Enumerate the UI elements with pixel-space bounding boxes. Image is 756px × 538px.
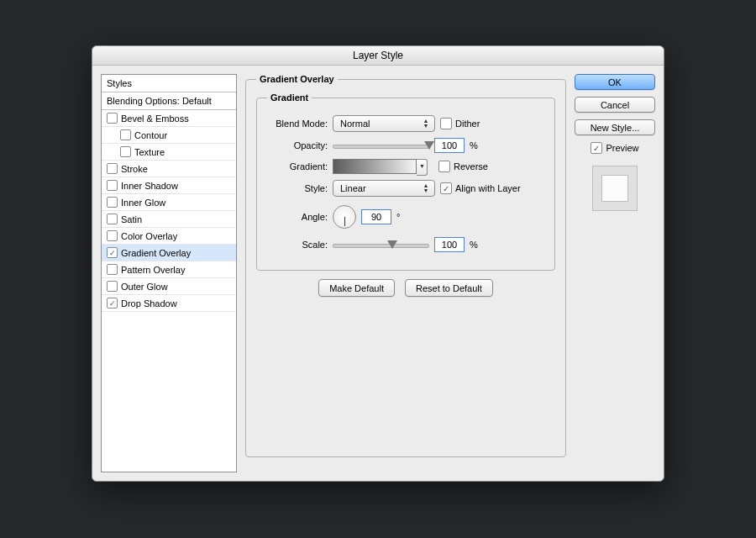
preview-label: Preview [606, 143, 638, 153]
style-item-label: Contour [134, 130, 167, 140]
layer-style-dialog: Layer Style Styles Blending Options: Def… [92, 45, 664, 482]
gradient-picker[interactable]: ▼ [333, 159, 417, 174]
settings-panel: Gradient Overlay Gradient Blend Mode: No… [245, 74, 566, 457]
reverse-checkbox[interactable]: Reverse [438, 161, 488, 172]
style-item-label: Texture [134, 147, 165, 157]
opacity-unit: % [470, 140, 478, 150]
checkbox-icon[interactable] [107, 264, 118, 275]
blending-options-row[interactable]: Blending Options: Default [102, 92, 236, 110]
align-label: Align with Layer [455, 183, 521, 193]
style-item-drop-shadow[interactable]: ✓ Drop Shadow [102, 295, 236, 312]
style-item-outer-glow[interactable]: Outer Glow [102, 278, 236, 295]
new-style-button[interactable]: New Style... [575, 119, 655, 135]
styles-header[interactable]: Styles [102, 75, 236, 92]
cancel-button[interactable]: Cancel [575, 97, 655, 113]
checkbox-icon[interactable] [120, 146, 131, 157]
checkbox-icon[interactable] [107, 180, 118, 191]
blend-mode-label: Blend Mode: [267, 119, 328, 129]
style-item-label: Satin [121, 214, 142, 224]
style-item-label: Gradient Overlay [121, 248, 191, 258]
checkbox-icon[interactable]: ✓ [107, 298, 118, 309]
align-with-layer-checkbox[interactable]: ✓ Align with Layer [440, 182, 521, 194]
blend-mode-select[interactable]: Normal ▲▼ [333, 115, 435, 132]
scale-input[interactable] [434, 237, 465, 252]
checkbox-icon[interactable] [107, 113, 118, 124]
style-item-inner-glow[interactable]: Inner Glow [102, 194, 236, 211]
style-item-label: Inner Shadow [121, 181, 178, 191]
angle-input[interactable] [361, 209, 391, 224]
style-item-bevel-emboss[interactable]: Bevel & Emboss [102, 110, 236, 127]
gradient-style-select[interactable]: Linear ▲▼ [333, 180, 435, 197]
opacity-input[interactable] [434, 138, 465, 153]
style-item-label: Color Overlay [121, 231, 177, 241]
checkbox-icon: ✓ [440, 182, 452, 194]
blend-mode-value: Normal [340, 119, 370, 129]
checkbox-icon[interactable] [107, 230, 118, 241]
gradient-style-value: Linear [340, 183, 366, 193]
preview-checkbox[interactable]: ✓ Preview [575, 142, 655, 154]
updown-icon: ▲▼ [421, 119, 431, 129]
scale-slider[interactable] [333, 239, 429, 251]
checkbox-icon: ✓ [591, 142, 602, 154]
style-item-label: Bevel & Emboss [121, 113, 189, 124]
reverse-label: Reverse [454, 161, 488, 171]
gradient-subgroup: Gradient Blend Mode: Normal ▲▼ Dither [256, 92, 555, 271]
dither-checkbox[interactable]: Dither [440, 118, 480, 129]
opacity-label: Opacity: [267, 140, 328, 150]
ok-button[interactable]: OK [575, 74, 655, 90]
updown-icon: ▲▼ [421, 183, 431, 193]
checkbox-icon[interactable] [120, 129, 131, 140]
style-item-contour[interactable]: Contour [102, 127, 236, 144]
style-item-label: Inner Glow [121, 198, 165, 208]
make-default-button[interactable]: Make Default [318, 279, 395, 297]
style-item-label: Outer Glow [121, 282, 168, 292]
style-item-label: Drop Shadow [121, 298, 177, 309]
checkbox-icon [438, 161, 450, 172]
style-item-label: Pattern Overlay [121, 265, 185, 275]
scale-unit: % [470, 240, 478, 250]
scale-label: Scale: [267, 240, 328, 250]
reset-to-default-button[interactable]: Reset to Default [405, 279, 493, 297]
checkbox-icon[interactable]: ✓ [107, 247, 118, 258]
action-column: OK Cancel New Style... ✓ Preview [575, 74, 655, 211]
gradient-label: Gradient: [267, 161, 328, 171]
subgroup-title: Gradient [267, 92, 312, 103]
angle-unit: ° [396, 212, 400, 222]
style-item-texture[interactable]: Texture [102, 144, 236, 161]
dither-label: Dither [455, 119, 480, 129]
checkbox-icon[interactable] [107, 281, 118, 292]
style-item-label: Stroke [121, 164, 148, 174]
preview-swatch-inner [601, 175, 628, 202]
style-label: Style: [267, 183, 328, 193]
styles-list: Styles Blending Options: Default Bevel &… [101, 74, 237, 472]
group-title: Gradient Overlay [256, 74, 338, 84]
style-item-pattern-overlay[interactable]: Pattern Overlay [102, 261, 236, 278]
gradient-overlay-group: Gradient Overlay Gradient Blend Mode: No… [245, 74, 566, 457]
style-item-stroke[interactable]: Stroke [102, 161, 236, 177]
checkbox-icon[interactable] [107, 163, 118, 174]
opacity-slider[interactable] [333, 140, 429, 151]
style-item-color-overlay[interactable]: Color Overlay [102, 228, 236, 245]
angle-dial[interactable] [333, 205, 356, 229]
chevron-down-icon: ▼ [419, 163, 425, 169]
style-item-satin[interactable]: Satin [102, 211, 236, 228]
style-item-gradient-overlay[interactable]: ✓ Gradient Overlay [102, 245, 236, 261]
checkbox-icon[interactable] [107, 214, 118, 224]
angle-label: Angle: [267, 212, 328, 222]
checkbox-icon[interactable] [107, 197, 118, 208]
style-item-inner-shadow[interactable]: Inner Shadow [102, 177, 236, 194]
window-title: Layer Style [92, 46, 664, 66]
preview-swatch [592, 166, 638, 211]
checkbox-icon [440, 118, 452, 129]
